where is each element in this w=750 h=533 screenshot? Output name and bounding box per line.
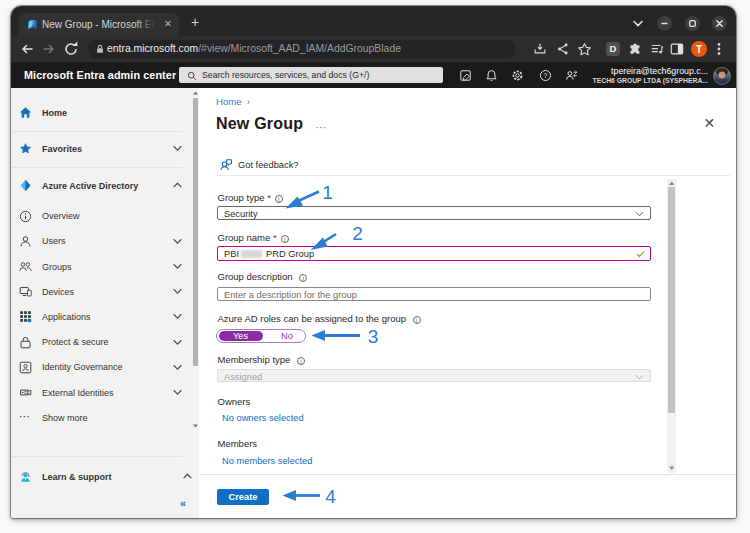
svg-text:3: 3 — [367, 326, 378, 347]
svg-text:?: ? — [543, 71, 547, 78]
svg-text:1: 1 — [322, 182, 333, 203]
svg-text:4: 4 — [325, 486, 336, 507]
svg-text:2: 2 — [352, 223, 363, 244]
